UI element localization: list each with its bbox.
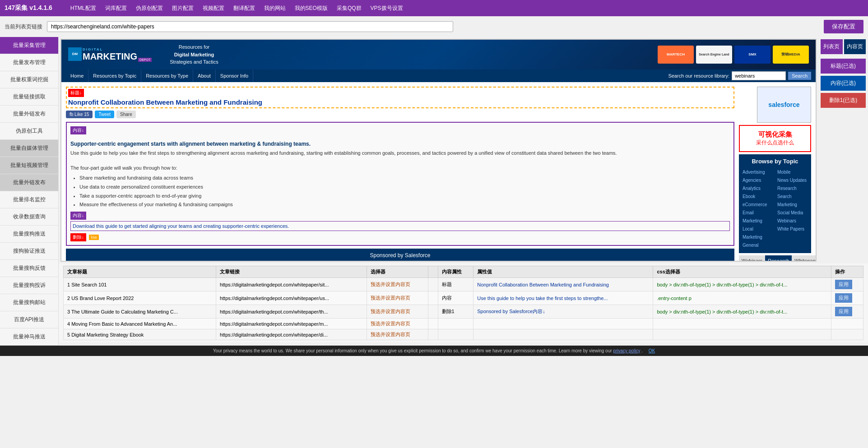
browse-research[interactable]: Research (777, 185, 808, 193)
nav-my-site[interactable]: 我的网站 (264, 5, 286, 12)
url-bar-input[interactable] (47, 21, 453, 32)
row4-action (831, 329, 863, 340)
nav-word-config[interactable]: 词库配置 (105, 5, 127, 12)
row3-title: 4 Moving From Basic to Advanced Marketin… (64, 319, 216, 329)
row2-attr-value: Sponsored by Salesforce内容↓ (473, 305, 653, 319)
browse-advertising[interactable]: Advertising (743, 168, 773, 176)
row2-preset-link[interactable]: 预选并设置内容页 (371, 309, 410, 314)
article-area: 标题↓ Nonprofit Collaboration Between Mark… (61, 82, 816, 261)
sidebar-item-batch-keyword[interactable]: 批量权重词挖掘 (0, 71, 58, 88)
browse-agencies[interactable]: Agencies (743, 176, 773, 185)
url-bar-label: 当前列表页链接 (5, 23, 42, 31)
browse-search-marketing[interactable]: Search Marketing (777, 193, 808, 209)
sidebar-item-pseudo-tool[interactable]: 伪原创工具 (0, 123, 58, 140)
row1-attr-value: Use this guide to help you take the firs… (473, 291, 653, 305)
share-button[interactable]: Share (116, 111, 136, 118)
sidebar-item-batch-feedback[interactable]: 批量搜狗反馈 (0, 260, 58, 277)
list-item-1: Use data to create personalized constitu… (79, 183, 730, 192)
tab-research[interactable]: Research (765, 255, 792, 261)
content-wrapper: 内容↓ Supporter-centric engagement starts … (66, 122, 734, 246)
list-item-3: Measure the effectiveness of your market… (79, 200, 730, 209)
tab-whitepapers[interactable]: Whitepapers (792, 255, 816, 261)
row4-attr-value (473, 329, 653, 340)
row4-preset-link[interactable]: 预选并设置内容页 (371, 332, 410, 337)
row3-preset-link[interactable]: 预选并设置内容页 (371, 321, 410, 326)
row1-apply-button[interactable]: 应用 (835, 293, 852, 303)
content-selection-button[interactable]: 内容(已选) (821, 76, 866, 91)
row1-preset-link[interactable]: 预选并设置内容页 (371, 295, 410, 300)
row2-apply-button[interactable]: 应用 (835, 307, 852, 316)
sidebar-item-data-query[interactable]: 收录数据查询 (0, 208, 58, 226)
site-header: DM DIGITAL MARKETING DEPOT Resources for… (61, 40, 816, 69)
browse-webinars[interactable]: Webinars (777, 217, 808, 225)
sidebar-item-batch-outlink2[interactable]: 批量外链发布 (0, 174, 58, 191)
bottom-table: 文章标题 文章链接 选择器 内容属性 属性值 css选择器 操作 1 Site … (63, 266, 863, 340)
browse-marketing-general[interactable]: Marketing General (743, 233, 773, 249)
browse-social[interactable]: Social Media (777, 209, 808, 217)
twitter-button[interactable]: Tweet (95, 111, 114, 118)
row1-css: .entry-content p (653, 291, 831, 305)
sidebar-item-batch-publish[interactable]: 批量发布管理 (0, 54, 58, 71)
content-page-button[interactable]: 内容页 (844, 39, 866, 54)
site-nav-sponsor[interactable]: Sponsor Info (216, 69, 253, 82)
browse-white-papers[interactable]: White Papers (777, 225, 808, 233)
preview-container: DM DIGITAL MARKETING DEPOT Resources for… (60, 39, 817, 262)
site-nav-resources-topic[interactable]: Resources by Topic (88, 69, 141, 82)
browse-local[interactable]: Local (743, 225, 773, 233)
browse-mobile[interactable]: Mobile (777, 168, 808, 176)
nav-video-config[interactable]: 视频配置 (203, 5, 224, 12)
row0-attr-label: 标题 (438, 278, 473, 291)
sidebar-item-sogou-verify[interactable]: 搜狗验证推送 (0, 243, 58, 260)
browse-email[interactable]: Email Marketing (743, 209, 773, 225)
browse-analytics[interactable]: Analytics (743, 185, 773, 193)
app-brand: 147采集 v1.4.1.6 (5, 4, 52, 12)
sidebar-item-batch-video[interactable]: 批量短视频管理 (0, 157, 58, 174)
sidebar-item-batch-media[interactable]: 批量自媒体管理 (0, 140, 58, 157)
sidebar-item-batch-complaint[interactable]: 批量搜狗投诉 (0, 277, 58, 294)
save-config-button[interactable]: 保存配置 (824, 20, 863, 33)
privacy-policy-link[interactable]: privacy policy (613, 348, 640, 353)
sidebar-item-batch-mail[interactable]: 批量搜狗邮站 (0, 294, 58, 311)
row0-preset-link[interactable]: 预选并设置内容页 (371, 282, 410, 287)
nav-translate-config[interactable]: 翻译配置 (233, 5, 255, 12)
nav-vps-config[interactable]: VPS拨号设置 (371, 5, 403, 12)
site-search-button[interactable]: Search (788, 72, 811, 80)
sidebar-item-batch-outlink[interactable]: 批量外链发布 (0, 106, 58, 123)
row0-link: https://digitalmarketingdepot.com/whitep… (216, 278, 367, 291)
sidebar-item-batch-shenma[interactable]: 批量神马推送 (0, 328, 58, 346)
sidebar-item-baidu-api[interactable]: 百度API推送 (0, 311, 58, 328)
right-panel: 列表页 内容页 标题(已选) 内容(已选) 删除1(已选) (818, 37, 868, 263)
row1-action: 应用 (831, 291, 863, 305)
row4-link: https://digitalmarketingdepot.com/whitep… (216, 329, 367, 340)
site-search-input[interactable] (732, 71, 786, 80)
sidebar-item-batch-rank[interactable]: 批量排名监控 (0, 191, 58, 208)
delete-selection-button[interactable]: 删除1(已选) (821, 93, 866, 108)
site-nav-about[interactable]: About (193, 69, 216, 82)
row0-apply-button[interactable]: 应用 (835, 280, 852, 289)
sidebar-item-batch-sogou[interactable]: 批量搜狗推送 (0, 226, 58, 243)
site-nav-resources-type[interactable]: Resources by Type (141, 69, 193, 82)
browse-news[interactable]: News Updates (777, 176, 808, 185)
browse-ecommerce[interactable]: eCommerce (743, 201, 773, 209)
sidebar-item-batch-collect[interactable]: 批量采集管理 (0, 37, 58, 54)
row1-preset: 预选并设置内容页 (367, 291, 428, 305)
privacy-text: Your privacy means the world to us. We s… (213, 348, 612, 353)
fb-button[interactable]: fb Like 15 (66, 111, 93, 118)
privacy-ok-link[interactable]: OK (649, 348, 655, 353)
nav-pseudo-config[interactable]: 伪原创配置 (136, 5, 163, 12)
tab-webinars[interactable]: Webinars (739, 255, 765, 261)
title-selection-button[interactable]: 标题(已选) (821, 59, 866, 74)
nav-html-config[interactable]: HTML配置 (70, 5, 96, 12)
site-banners: MARTECH Search Engine Land SMX 营销MEDIA (658, 46, 809, 64)
preview-section: DM DIGITAL MARKETING DEPOT Resources for… (59, 37, 868, 346)
browse-columns: Advertising Agencies Analytics Ebook eCo… (743, 168, 808, 249)
nav-qq-group[interactable]: 采集QQ群 (337, 5, 362, 12)
site-nav-home[interactable]: Home (66, 69, 88, 82)
nav-seo-template[interactable]: 我的SEO模版 (295, 5, 328, 12)
table-row: 4 Moving From Basic to Advanced Marketin… (64, 319, 863, 329)
row4-empty (428, 329, 438, 340)
list-page-button[interactable]: 列表页 (821, 39, 843, 54)
sidebar-item-batch-link[interactable]: 批量链接抓取 (0, 88, 58, 106)
nav-image-config[interactable]: 图片配置 (172, 5, 194, 12)
browse-ebook[interactable]: Ebook (743, 193, 773, 201)
